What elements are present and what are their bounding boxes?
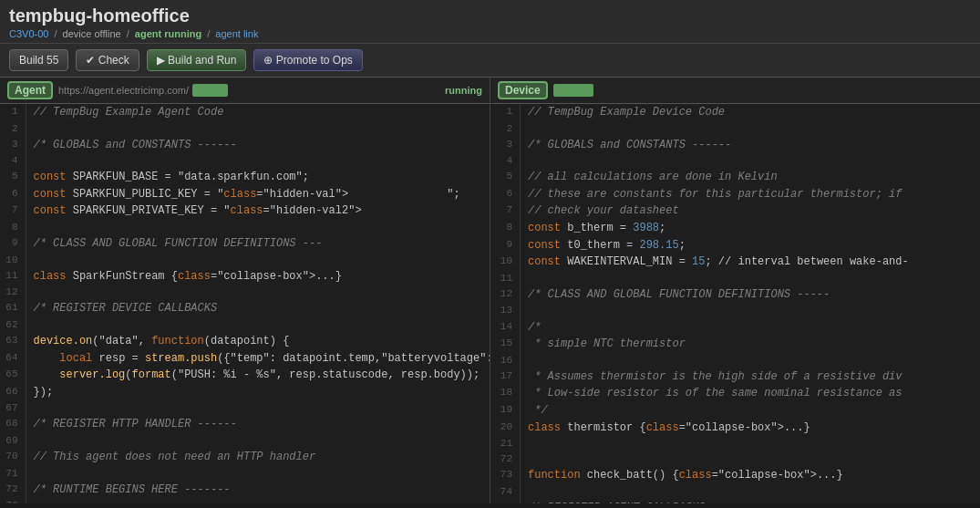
line-number: 19 (490, 402, 521, 420)
line-code (26, 400, 490, 416)
line-code: function check_batt() {class="collapse-b… (521, 467, 980, 484)
line-number: 69 (0, 433, 26, 449)
line-number: 72 (490, 451, 521, 467)
line-code: /* RUNTIME BEGINS HERE ------- (26, 482, 490, 499)
table-row: 9/* CLASS AND GLOBAL FUNCTION DEFINITION… (0, 235, 490, 253)
line-code (521, 484, 980, 500)
table-row: 70// This agent does not need an HTTP ha… (0, 449, 490, 466)
table-row: 19 */ (490, 402, 980, 420)
line-number: 6 (0, 186, 26, 203)
line-code: /* GLOBALS and CONSTANTS ------ (521, 137, 980, 154)
agent-running-badge: running (445, 85, 482, 96)
line-code: /* REGISTER AGENT CALLBACKS ---- (521, 500, 980, 503)
breadcrumb: C3V0-00 / device offline / agent running… (9, 28, 971, 39)
table-row: 63device.on("data", function(datapoint) … (0, 333, 490, 350)
table-row: 17 * Assumes thermistor is the high side… (490, 368, 980, 386)
line-code: // these are constants for this particul… (521, 186, 980, 203)
line-number: 65 (0, 367, 26, 384)
code-area: Agent https://agent.electricimp.com/ run… (0, 78, 980, 503)
line-code (26, 153, 490, 169)
table-row: 67 (0, 400, 490, 416)
line-number: 3 (490, 137, 521, 154)
device-label: Device (498, 81, 548, 99)
line-number: 67 (0, 400, 26, 416)
table-row: 5// all calculations are done in Kelvin (490, 169, 980, 186)
line-number: 74 (490, 484, 521, 500)
line-code: /* CLASS AND GLOBAL FUNCTION DEFINITIONS… (26, 235, 490, 253)
table-row: 13 (490, 303, 980, 318)
agent-url-text: https://agent.electricimp.com/ (58, 85, 189, 96)
table-row: 8 (0, 220, 490, 235)
table-row: 66}); (0, 384, 490, 401)
line-code (26, 498, 490, 503)
table-row: 20class thermistor {class="collapse-box"… (490, 420, 980, 437)
line-code: /* REGISTER HTTP HANDLER ------ (26, 416, 490, 433)
device-id-link[interactable]: C3V0-00 (9, 28, 48, 39)
agent-label: Agent (7, 81, 53, 99)
table-row: 72 (490, 451, 980, 467)
line-number: 70 (0, 449, 26, 466)
table-row: 2 (490, 121, 980, 137)
line-number: 9 (0, 235, 26, 253)
line-number: 3 (0, 137, 26, 154)
line-number: 20 (490, 420, 521, 437)
table-row: 11 (490, 271, 980, 286)
device-code-content[interactable]: 1// TempBug Example Device Code23/* GLOB… (490, 104, 980, 503)
table-row: 72/* RUNTIME BEGINS HERE ------- (0, 482, 490, 499)
line-code (521, 271, 980, 286)
line-number: 21 (490, 436, 521, 451)
line-code (26, 285, 490, 300)
line-number: 12 (0, 285, 26, 300)
agent-code-content[interactable]: 1// TempBug Example Agent Code23/* GLOBA… (0, 104, 490, 503)
table-row: 62 (0, 317, 490, 333)
line-number: 15 (490, 336, 521, 353)
table-row: 14/* (490, 319, 980, 337)
status-offline: device offline (63, 28, 121, 39)
table-row: 7// check your datasheet (490, 202, 980, 220)
line-code (521, 436, 980, 451)
device-url-highlight (553, 84, 594, 97)
line-number: 73 (490, 467, 521, 484)
promote-button[interactable]: ⊕ Promote to Ops (253, 49, 362, 71)
run-button[interactable]: ▶ Build and Run (147, 49, 247, 71)
table-row: 74 (490, 484, 980, 500)
line-code: /* REGISTER DEVICE CALLBACKS (26, 300, 490, 317)
line-code (521, 451, 980, 467)
line-number: 18 (490, 385, 521, 402)
check-button[interactable]: ✔ Check (76, 49, 139, 71)
table-row: 12/* CLASS AND GLOBAL FUNCTION DEFINITIO… (490, 286, 980, 304)
line-code: const SPARKFUN_BASE = "data.sparkfun.com… (26, 169, 490, 186)
table-row: 69 (0, 433, 490, 449)
line-number: 87 (490, 500, 521, 503)
table-row: 61/* REGISTER DEVICE CALLBACKS (0, 300, 490, 317)
sep3: / (207, 28, 210, 39)
line-number: 5 (490, 169, 521, 186)
line-code (26, 253, 490, 268)
app-title: tempbug-homeoffice (9, 5, 971, 26)
line-number: 2 (490, 121, 521, 137)
table-row: 3/* GLOBALS and CONSTANTS ------ (0, 137, 490, 154)
line-number: 1 (490, 104, 521, 121)
device-panel: Device 1// TempBug Example Device Code23… (490, 78, 980, 503)
build-button[interactable]: Build 55 (9, 49, 68, 71)
table-row: 11class SparkFunStream {class="collapse-… (0, 268, 490, 285)
table-row: 12 (0, 285, 490, 300)
table-row: 15 * simple NTC thermistor (490, 336, 980, 353)
sep1: / (54, 28, 57, 39)
line-code (26, 220, 490, 235)
line-code: * Assumes thermistor is the high side of… (521, 368, 980, 386)
line-code (26, 466, 490, 482)
sep2: / (127, 28, 129, 39)
line-number: 9 (490, 237, 521, 254)
line-code (521, 121, 980, 137)
table-row: 65 server.log(format("PUSH: %i - %s", re… (0, 367, 490, 384)
line-code (26, 433, 490, 449)
line-code: * Low-side resistor is of the same nomin… (521, 385, 980, 402)
agent-link[interactable]: agent link (215, 28, 258, 39)
table-row: 10const WAKEINTERVAL_MIN = 15; // interv… (490, 254, 980, 271)
line-code: // check your datasheet (521, 202, 980, 220)
agent-panel: Agent https://agent.electricimp.com/ run… (0, 78, 490, 503)
topbar: tempbug-homeoffice C3V0-00 / device offl… (0, 0, 980, 44)
line-code: class SparkFunStream {class="collapse-bo… (26, 268, 490, 285)
line-number: 73 (0, 498, 26, 503)
